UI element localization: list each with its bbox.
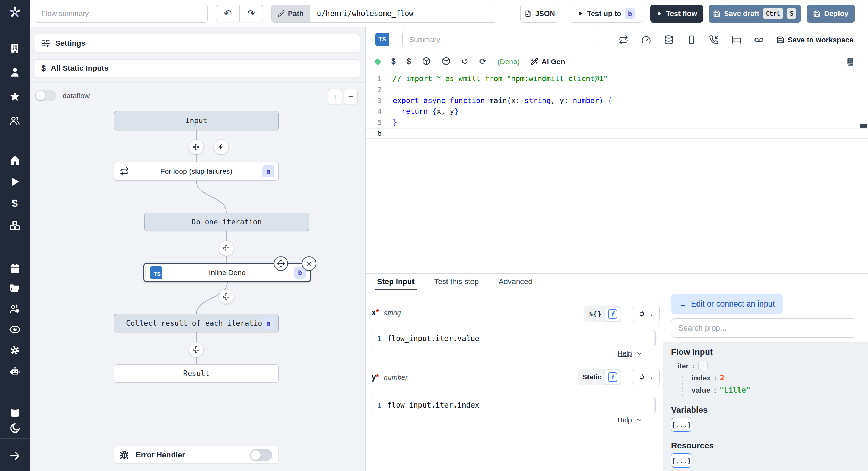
sidebar-item-groups[interactable] bbox=[9, 303, 21, 315]
sidebar-item-schedules[interactable] bbox=[9, 262, 21, 274]
deploy-button[interactable]: Deploy bbox=[807, 5, 855, 23]
connect-input-button-x[interactable]: → bbox=[632, 306, 660, 322]
error-handler-row[interactable]: Error Handler bbox=[114, 446, 279, 464]
user-icon bbox=[9, 66, 21, 78]
code-editor[interactable]: 1// import * as wmill from "npm:windmill… bbox=[366, 71, 868, 273]
sidebar-item-user[interactable] bbox=[9, 66, 21, 78]
book-icon bbox=[846, 57, 855, 66]
code-line[interactable]: 2 bbox=[366, 84, 868, 95]
cache-button[interactable] bbox=[664, 35, 674, 45]
summary-input[interactable] bbox=[402, 31, 599, 48]
redo-button[interactable]: ↷ bbox=[240, 5, 263, 22]
sidebar-item-folders[interactable] bbox=[9, 283, 21, 295]
sidebar-expand-button[interactable] bbox=[9, 449, 21, 462]
sidebar-item-resources[interactable] bbox=[9, 219, 21, 231]
dataflow-toggle[interactable] bbox=[35, 90, 56, 101]
sidebar-item-workspace[interactable] bbox=[9, 42, 21, 54]
save-draft-button[interactable]: Save draft Ctrl S bbox=[709, 5, 801, 23]
search-prop-input[interactable] bbox=[671, 318, 856, 338]
zoom-in-button[interactable]: + bbox=[328, 89, 342, 104]
sidebar-item-dark-mode[interactable] bbox=[9, 422, 21, 434]
edit-or-connect-button[interactable]: ← Edit or connect an input bbox=[671, 294, 783, 314]
add-step-button[interactable] bbox=[189, 342, 203, 357]
sleep-button[interactable] bbox=[732, 35, 741, 45]
connect-input-button-y[interactable]: → bbox=[632, 369, 660, 385]
sidebar-item-ai[interactable] bbox=[9, 365, 21, 377]
flow-summary-input[interactable] bbox=[35, 5, 208, 23]
undo-button[interactable]: ↶ bbox=[216, 5, 240, 22]
help-link-y[interactable]: Help bbox=[618, 416, 643, 424]
sidebar-item-variables[interactable]: $ bbox=[9, 197, 21, 209]
sidebar-item-runs[interactable] bbox=[9, 175, 21, 188]
delete-step-button[interactable] bbox=[302, 256, 316, 271]
help-link-x[interactable]: Help bbox=[618, 350, 643, 358]
sidebar-item-favorites[interactable] bbox=[9, 90, 21, 102]
ai-gen-button[interactable]: AI Gen bbox=[531, 58, 565, 66]
node-result[interactable]: Result bbox=[114, 364, 279, 383]
package-button[interactable] bbox=[422, 57, 431, 67]
variables-object-button[interactable]: {...} bbox=[671, 418, 691, 432]
tree-row-value[interactable]: value : "Lille" bbox=[692, 384, 860, 396]
reset-icon[interactable]: ⟳ bbox=[479, 57, 487, 66]
dollar-icon[interactable]: $ bbox=[391, 57, 396, 66]
plus-icon bbox=[192, 346, 200, 353]
expr-input-x[interactable]: 1 flow_input.iter.value bbox=[372, 331, 656, 346]
test-up-to-button[interactable]: Test up to b bbox=[570, 5, 642, 23]
retries-button[interactable] bbox=[619, 35, 628, 45]
repeat-icon bbox=[619, 35, 628, 45]
suspend-button[interactable] bbox=[709, 35, 719, 45]
zoom-out-button[interactable]: − bbox=[344, 89, 358, 104]
editor-scroll-thumb[interactable] bbox=[860, 124, 867, 128]
package-button[interactable] bbox=[442, 57, 451, 67]
path-chip[interactable]: Path u/henri/wholesome_flow bbox=[271, 5, 496, 23]
node-collect-result[interactable]: Collect result of each iteration a bbox=[114, 314, 279, 332]
sidebar-item-members[interactable] bbox=[9, 114, 21, 126]
sidebar-item-home[interactable] bbox=[9, 154, 21, 166]
add-step-button[interactable] bbox=[189, 140, 203, 154]
move-step-button[interactable] bbox=[274, 256, 288, 271]
resources-object-button[interactable]: {...} bbox=[671, 453, 691, 468]
error-handler-toggle[interactable] bbox=[250, 449, 272, 461]
node-input[interactable]: Input bbox=[114, 111, 279, 130]
tree-row-index[interactable]: index : 2 bbox=[692, 372, 860, 384]
all-static-inputs-button[interactable]: $ All Static Inputs bbox=[35, 59, 360, 77]
tab-test-this-step[interactable]: Test this step bbox=[434, 274, 479, 290]
tab-advanced[interactable]: Advanced bbox=[499, 274, 533, 290]
dollar-icon[interactable]: $ bbox=[407, 57, 411, 66]
sidebar-item-audit-logs[interactable] bbox=[9, 323, 21, 335]
code-line[interactable]: 4 return {x, y} bbox=[366, 106, 868, 117]
early-stop-button[interactable] bbox=[686, 35, 696, 45]
code-line[interactable]: 6 bbox=[366, 128, 868, 139]
collapse-button[interactable]: - bbox=[698, 361, 708, 370]
code-line[interactable]: 5} bbox=[366, 117, 868, 128]
assistant-status-icon bbox=[375, 59, 381, 65]
undo-icon[interactable]: ↺ bbox=[461, 57, 469, 66]
add-step-button[interactable] bbox=[219, 241, 234, 256]
test-flow-button[interactable]: Test flow bbox=[650, 5, 703, 23]
add-trigger-button[interactable] bbox=[214, 140, 228, 154]
concurrency-button[interactable] bbox=[641, 35, 651, 45]
javascript-mode-button[interactable]: f bbox=[605, 369, 620, 385]
expr-input-y[interactable]: 1 flow_input.iter.index bbox=[372, 397, 656, 413]
javascript-mode-button[interactable]: f bbox=[605, 306, 620, 322]
node-for-loop[interactable]: For loop (skip failures) a bbox=[114, 162, 279, 181]
windmill-logo-icon[interactable] bbox=[8, 5, 22, 19]
code-line[interactable]: 3export async function main(x: string, y… bbox=[366, 95, 868, 106]
arrow-right-icon: → bbox=[647, 310, 654, 318]
code-line[interactable]: 1// import * as wmill from "npm:windmill… bbox=[366, 73, 868, 84]
node-inline-deno[interactable]: TS Inline Deno b bbox=[143, 263, 311, 282]
tab-step-input[interactable]: Step Input bbox=[377, 274, 415, 290]
mock-button[interactable] bbox=[754, 35, 764, 45]
tree-row-iter[interactable]: iter : - bbox=[677, 360, 860, 372]
json-button[interactable]: JSON bbox=[520, 5, 559, 23]
add-step-button[interactable] bbox=[219, 289, 234, 304]
undo-icon: ↶ bbox=[224, 8, 232, 19]
sidebar-item-docs[interactable] bbox=[9, 407, 21, 419]
input-mode-toggle-x[interactable]: ${} f bbox=[584, 306, 621, 322]
node-do-one-iteration[interactable]: Do one iteration bbox=[144, 213, 309, 231]
save-to-workspace-button[interactable]: Save to workspace bbox=[777, 36, 853, 44]
input-mode-toggle-y[interactable]: Static f bbox=[578, 369, 621, 385]
flow-settings-button[interactable]: Settings bbox=[35, 34, 360, 52]
library-button[interactable] bbox=[846, 57, 868, 66]
sidebar-item-settings[interactable] bbox=[9, 344, 21, 356]
